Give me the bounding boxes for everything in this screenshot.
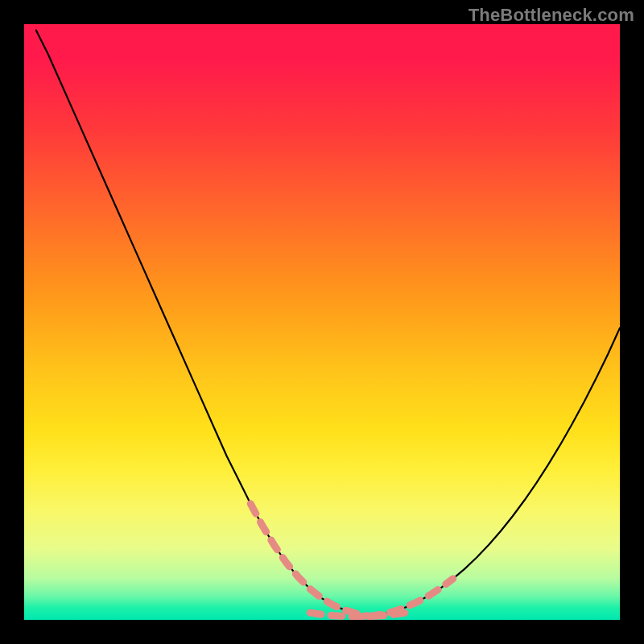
- series-bottom-dashed-highlight: [310, 613, 405, 617]
- series-right-dashed-highlight: [369, 579, 453, 617]
- series-group: [36, 30, 620, 617]
- watermark-label: TheBottleneck.com: [469, 5, 634, 26]
- series-left-curve: [36, 30, 369, 616]
- chart-overlay: [24, 24, 620, 620]
- chart-stage: TheBottleneck.com: [0, 0, 644, 644]
- series-left-dashed-highlight: [250, 504, 369, 617]
- series-right-curve: [369, 328, 620, 616]
